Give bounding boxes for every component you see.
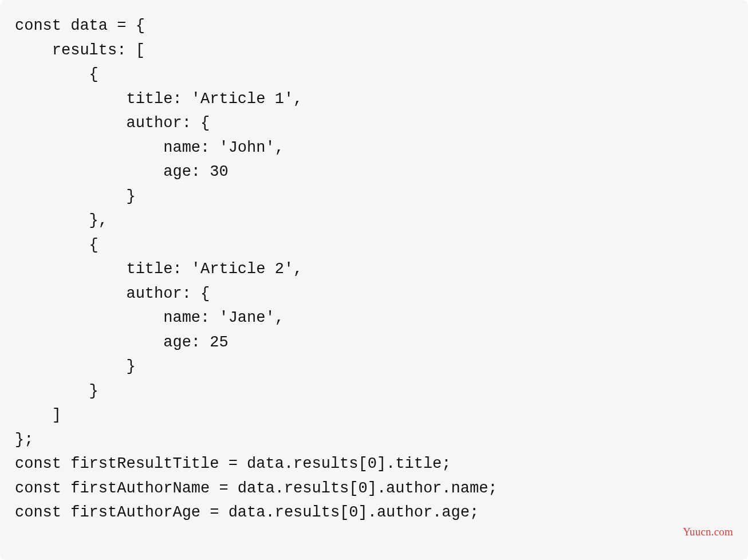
code-line: }	[15, 358, 136, 375]
code-line: author: {	[15, 285, 210, 302]
code-line: }	[15, 188, 136, 205]
code-line: };	[15, 431, 33, 448]
code-line: title: 'Article 2',	[15, 261, 302, 278]
code-line: },	[15, 212, 108, 229]
code-line: name: 'John',	[15, 139, 284, 156]
code-line: ]	[15, 407, 61, 424]
code-line: title: 'Article 1',	[15, 90, 302, 108]
code-line: age: 25	[15, 334, 229, 351]
code-line: const data = {	[15, 17, 145, 34]
code-line: name: 'Jane',	[15, 309, 284, 326]
code-line: const firstAuthorAge = data.results[0].a…	[15, 504, 479, 521]
code-line: results: [	[15, 42, 145, 59]
watermark-text: Yuucn.com	[683, 520, 733, 545]
code-line: }	[15, 382, 99, 400]
code-line: age: 30	[15, 163, 229, 180]
code-line: author: {	[15, 115, 210, 132]
code-line: const firstResultTitle = data.results[0]…	[15, 455, 451, 472]
code-line: {	[15, 236, 99, 254]
code-block: const data = { results: [ { title: 'Arti…	[0, 0, 748, 560]
code-line: {	[15, 66, 99, 83]
code-line: const firstAuthorName = data.results[0].…	[15, 480, 498, 497]
